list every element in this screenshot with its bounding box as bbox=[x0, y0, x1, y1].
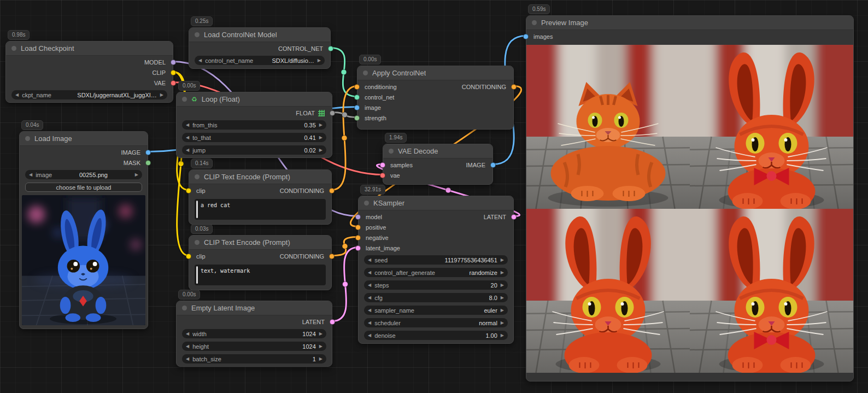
slot-row[interactable]: latent_image bbox=[359, 243, 513, 253]
widget-denoise[interactable]: ◀ denoise 1.00 ▶ bbox=[364, 331, 508, 340]
decrement-arrow-icon[interactable]: ◀ bbox=[368, 283, 371, 288]
widget-seed[interactable]: ◀ seed 1119775536436451 ▶ bbox=[364, 255, 508, 265]
decrement-arrow-icon[interactable]: ◀ bbox=[198, 58, 202, 63]
increment-arrow-icon[interactable]: ▶ bbox=[319, 344, 322, 349]
increment-arrow-icon[interactable]: ▶ bbox=[501, 308, 504, 313]
increment-arrow-icon[interactable]: ▶ bbox=[501, 296, 504, 300]
increment-arrow-icon[interactable]: ▶ bbox=[319, 148, 322, 152]
widget-steps[interactable]: ◀ steps 20 ▶ bbox=[364, 280, 508, 290]
widget-sampler-name[interactable]: ◀ sampler_name euler ▶ bbox=[364, 306, 508, 315]
node-header[interactable]: KSampler bbox=[359, 196, 513, 210]
output-dot-latent[interactable] bbox=[511, 214, 517, 220]
upload-button[interactable]: choose file to upload bbox=[25, 183, 142, 192]
decrement-arrow-icon[interactable]: ◀ bbox=[368, 308, 371, 313]
graph-canvas[interactable]: 0.98s Load Checkpoint MODEL CLIP VAE ◀ c… bbox=[0, 0, 868, 393]
preview-image-1[interactable] bbox=[526, 45, 690, 209]
collapse-dot[interactable] bbox=[11, 46, 16, 51]
input-dot-control-net[interactable] bbox=[354, 95, 360, 100]
input-dot-model[interactable] bbox=[355, 214, 361, 220]
node-preview-image[interactable]: 0.59s Preview Image images bbox=[526, 15, 854, 382]
prompt-textarea[interactable]: text, watermark bbox=[195, 265, 326, 285]
output-dot-model[interactable] bbox=[171, 60, 176, 65]
collapse-dot[interactable] bbox=[195, 240, 200, 245]
node-vae-decode[interactable]: 1.94s VAE Decode samples IMAGE vae bbox=[383, 144, 493, 185]
node-header[interactable]: Empty Latent Image bbox=[177, 301, 332, 315]
node-header[interactable]: Preview Image bbox=[526, 16, 853, 30]
node-header[interactable]: ♻ Loop (Float) bbox=[177, 92, 332, 107]
decrement-arrow-icon[interactable]: ◀ bbox=[186, 332, 189, 336]
slot-row[interactable]: clip CONDITIONING bbox=[189, 185, 331, 196]
slot-row[interactable]: samples IMAGE bbox=[383, 160, 492, 170]
output-dot-conditioning[interactable] bbox=[329, 254, 335, 259]
node-header[interactable]: Load ControlNet Model bbox=[189, 28, 330, 42]
widget-cfg[interactable]: ◀ cfg 8.0 ▶ bbox=[364, 293, 508, 302]
input-dot-vae[interactable] bbox=[380, 173, 385, 178]
collapse-dot[interactable] bbox=[363, 71, 368, 75]
collapse-dot[interactable] bbox=[182, 306, 187, 310]
increment-arrow-icon[interactable]: ▶ bbox=[501, 258, 504, 262]
slot-row[interactable]: clip CONDITIONING bbox=[189, 251, 331, 261]
increment-arrow-icon[interactable]: ▶ bbox=[160, 93, 163, 97]
input-dot-negative[interactable] bbox=[355, 235, 361, 241]
decrement-arrow-icon[interactable]: ◀ bbox=[29, 173, 32, 177]
input-dot-latent-image[interactable] bbox=[355, 245, 361, 251]
collapse-dot[interactable] bbox=[25, 136, 30, 141]
node-clip-text-encode-negative[interactable]: 0.03s CLIP Text Encode (Prompt) clip CON… bbox=[189, 235, 332, 290]
input-dot-samples[interactable] bbox=[380, 162, 385, 168]
node-header[interactable]: CLIP Text Encode (Prompt) bbox=[189, 170, 331, 184]
node-header[interactable]: Load Checkpoint bbox=[6, 42, 173, 56]
output-dot-mask[interactable] bbox=[145, 160, 151, 166]
widget-control-after-generate[interactable]: ◀ control_after_generate randomize ▶ bbox=[364, 268, 508, 277]
increment-arrow-icon[interactable]: ▶ bbox=[319, 332, 322, 336]
decrement-arrow-icon[interactable]: ◀ bbox=[186, 136, 189, 140]
slot-row[interactable]: negative bbox=[359, 232, 513, 243]
slot-row[interactable]: strength bbox=[357, 113, 513, 123]
increment-arrow-icon[interactable]: ▶ bbox=[135, 173, 138, 177]
node-load-controlnet-model[interactable]: 0.25s Load ControlNet Model CONTROL_NET … bbox=[189, 27, 331, 69]
input-dot-conditioning[interactable] bbox=[354, 84, 360, 90]
output-dot-clip[interactable] bbox=[171, 70, 176, 75]
input-dot-positive[interactable] bbox=[355, 225, 361, 230]
loaded-image-preview[interactable] bbox=[22, 195, 145, 325]
output-slot-vae[interactable]: VAE bbox=[6, 78, 173, 88]
widget-image-filename[interactable]: ◀ image 00255.png ▶ bbox=[25, 170, 142, 179]
input-dot-images[interactable] bbox=[523, 34, 529, 39]
increment-arrow-icon[interactable]: ▶ bbox=[501, 321, 504, 325]
decrement-arrow-icon[interactable]: ◀ bbox=[368, 271, 371, 275]
preview-image-4[interactable] bbox=[690, 209, 853, 373]
output-slot-model[interactable]: MODEL bbox=[6, 57, 173, 67]
output-dot-conditioning[interactable] bbox=[329, 188, 335, 193]
output-dot-conditioning[interactable] bbox=[511, 84, 517, 90]
node-header[interactable]: Apply ControlNet bbox=[357, 66, 513, 80]
output-dot-latent[interactable] bbox=[330, 319, 335, 325]
widget-ckpt-name[interactable]: ◀ ckpt_name SDXL/juggernautXL_juggXI… ▶ bbox=[11, 90, 167, 99]
widget-width[interactable]: ◀ width 1024 ▶ bbox=[182, 329, 326, 338]
input-dot-clip[interactable] bbox=[186, 254, 191, 259]
increment-arrow-icon[interactable]: ▶ bbox=[501, 283, 504, 288]
decrement-arrow-icon[interactable]: ◀ bbox=[186, 123, 189, 127]
widget-batch-size[interactable]: ◀ batch_size 1 ▶ bbox=[182, 354, 326, 363]
output-slot-mask[interactable]: MASK bbox=[20, 157, 148, 168]
decrement-arrow-icon[interactable]: ◀ bbox=[15, 93, 19, 97]
widget-jump[interactable]: ◀ jump 0.02 ▶ bbox=[182, 145, 326, 155]
node-clip-text-encode-positive[interactable]: 0.14s CLIP Text Encode (Prompt) clip CON… bbox=[189, 169, 332, 225]
node-empty-latent-image[interactable]: 0.00s Empty Latent Image LATENT ◀ width … bbox=[176, 301, 332, 367]
decrement-arrow-icon[interactable]: ◀ bbox=[368, 296, 371, 300]
node-apply-controlnet[interactable]: 0.00s Apply ControlNet conditioning COND… bbox=[357, 66, 514, 130]
increment-arrow-icon[interactable]: ▶ bbox=[319, 136, 322, 140]
collapse-dot[interactable] bbox=[195, 32, 200, 37]
increment-arrow-icon[interactable]: ▶ bbox=[318, 58, 321, 63]
input-dot-image[interactable] bbox=[354, 105, 360, 110]
node-load-checkpoint[interactable]: 0.98s Load Checkpoint MODEL CLIP VAE ◀ c… bbox=[5, 41, 173, 103]
decrement-arrow-icon[interactable]: ◀ bbox=[186, 148, 189, 152]
slot-row[interactable]: control_net bbox=[357, 92, 513, 102]
widget-control-net-name[interactable]: ◀ control_net_name SDXL/diffusio… ▶ bbox=[195, 56, 325, 65]
output-dot-image[interactable] bbox=[145, 150, 151, 155]
preview-image-2[interactable] bbox=[690, 45, 853, 209]
widget-from-this[interactable]: ◀ from_this 0.35 ▶ bbox=[182, 120, 326, 130]
increment-arrow-icon[interactable]: ▶ bbox=[319, 123, 322, 127]
input-dot-strength[interactable] bbox=[354, 115, 360, 121]
node-loop-float[interactable]: 0.00s ♻ Loop (Float) FLOAT ◀ from_this 0… bbox=[176, 92, 332, 158]
output-slot-clip[interactable]: CLIP bbox=[6, 67, 173, 78]
output-slot-latent[interactable]: LATENT bbox=[177, 316, 332, 327]
